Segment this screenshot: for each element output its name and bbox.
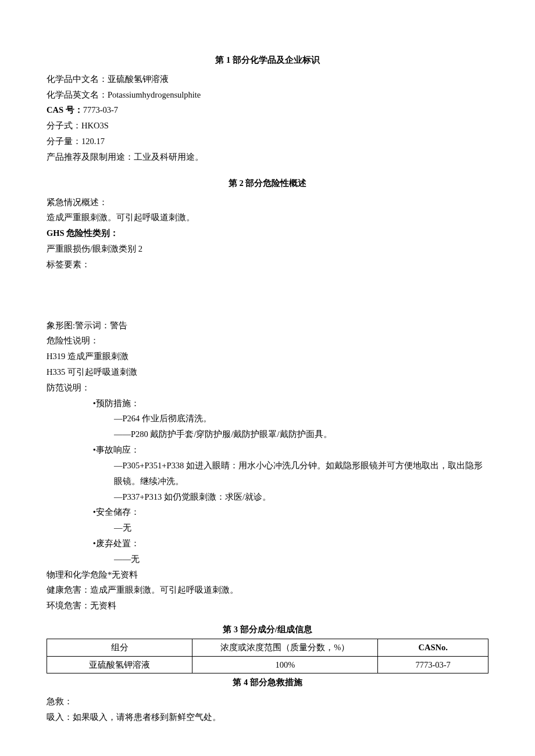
phys-line: 物理和化学危险*无资料 [47,567,488,583]
response-heading: •事故响应： [47,442,488,458]
th-casno: CASNo. [378,639,488,656]
th-component: 组分 [47,639,192,656]
th-concentration: 浓度或浓度范围（质量分数，%） [192,639,378,656]
section-2-title: 第 2 部分危险性概述 [47,175,488,191]
english-name-line: 化学品英文名：Potassiumhydrogensulphite [47,87,488,103]
inhalation-line: 吸入：如果吸入，请将患者移到新鲜空气处。 [47,710,488,725]
p280-line: ——P280 戴防护手套/穿防护服/戴防护眼罩/戴防护面具。 [47,427,488,442]
health-label: 健康危害： [47,585,90,594]
section-4-title: 第 4 部分急救措施 [47,675,488,690]
prevention-heading: •预防措施： [47,396,488,411]
health-line: 健康危害：造成严重眼刺激。可引起呼吸道刺激。 [47,582,488,598]
composition-table: 组分 浓度或浓度范围（质量分数，%） CASNo. 亚硫酸氢钾溶液 100% 7… [47,639,488,674]
health-text: 造成严重眼刺激。可引起呼吸道刺激。 [90,585,238,594]
label-elements: 标签要素： [47,257,488,273]
chinese-name-label: 化学品中文名： [47,74,108,84]
emergency-label: 紧急情况概述： [47,195,488,210]
hazard-heading: 危险性说明： [47,333,488,349]
inhalation-text: 如果吸入，请将患者移到新鲜空气处。 [73,712,221,722]
mw-line: 分子量：120.17 [47,134,488,149]
pictogram-placeholder [47,277,488,318]
mw-value: 120.17 [81,137,105,146]
formula-line: 分子式：HKO3S [47,118,488,134]
p305-line: —P305+P351+P338 如进入眼睛：用水小心冲洗几分钟。如戴隐形眼镜并可… [47,458,488,489]
chinese-name-line: 化学品中文名：亚硫酸氢钾溶液 [47,71,488,87]
english-name-value: Potassiumhydrogensulphite [108,90,201,99]
usage-label: 产品推荐及限制用途： [47,152,134,162]
cas-label: CAS 号： [47,105,83,114]
ghs-text: 严重眼损伤/眼刺激类别 2 [47,241,488,257]
inhalation-label: 吸入： [47,712,73,722]
storage-heading: •安全储存： [47,504,488,520]
env-label: 环境危害： [47,601,90,610]
first-aid-label: 急救： [47,694,488,710]
cas-value: 7773-03-7 [83,105,118,114]
section-3-title: 第 3 部分成分/组成信息 [47,622,488,637]
h319-line: H319 造成严重眼刺激 [47,349,488,364]
td-component: 亚硫酸氢钾溶液 [47,656,192,673]
disposal-text: ——无 [47,551,488,567]
emergency-text: 造成严重眼刺激。可引起呼吸道刺激。 [47,210,488,225]
mw-label: 分子量： [47,137,81,146]
formula-label: 分子式： [47,121,81,130]
usage-line: 产品推荐及限制用途：工业及科研用途。 [47,149,488,165]
h335-line: H335 可引起呼吸道刺激 [47,364,488,380]
p337-line: —P337+P313 如仍觉眼刺激：求医/就诊。 [47,489,488,505]
section-1-title: 第 1 部分化学品及企业标识 [47,52,488,68]
table-row: 亚硫酸氢钾溶液 100% 7773-03-7 [47,656,488,673]
env-line: 环境危害：无资料 [47,598,488,614]
table-header-row: 组分 浓度或浓度范围（质量分数，%） CASNo. [47,639,488,656]
usage-value: 工业及科研用途。 [134,152,204,162]
ghs-label: GHS 危险性类别： [47,225,488,241]
env-text: 无资料 [90,601,116,610]
precaution-heading: 防范说明： [47,380,488,396]
p264-line: —P264 作业后彻底清洗。 [47,411,488,427]
td-casno: 7773-03-7 [378,656,488,673]
english-name-label: 化学品英文名： [47,90,108,99]
formula-value: HKO3S [81,121,109,130]
cas-line: CAS 号：7773-03-7 [47,102,488,118]
chinese-name-value: 亚硫酸氢钾溶液 [108,74,169,84]
disposal-heading: •废弃处置： [47,536,488,551]
storage-text: —无 [47,520,488,536]
td-concentration: 100% [192,656,378,673]
pictogram-line: 象形图:警示词：警告 [47,318,488,334]
